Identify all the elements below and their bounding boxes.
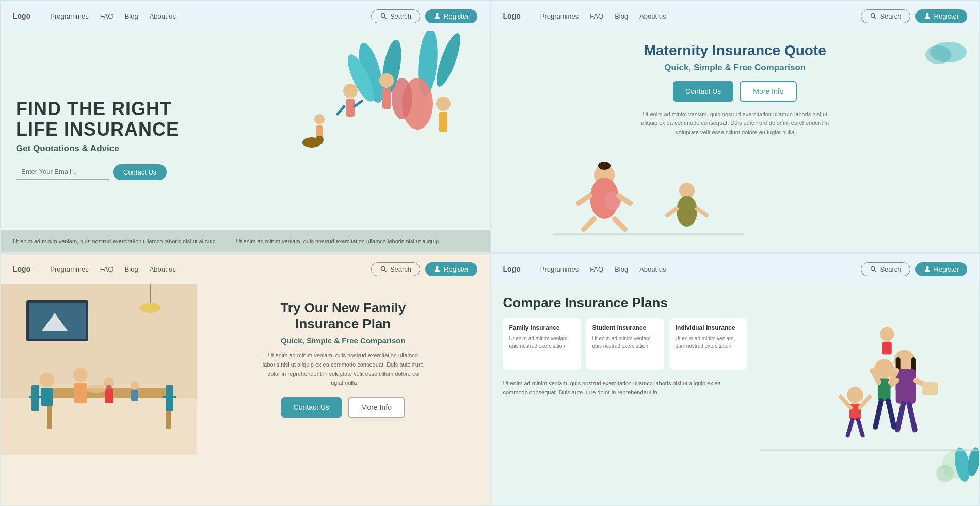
svg-point-59 xyxy=(73,368,88,382)
svg-point-0 xyxy=(381,14,385,18)
nav-right-4: Search Register xyxy=(861,262,967,276)
nav-aboutus-3[interactable]: About us xyxy=(150,265,176,273)
register-button-1[interactable]: Register xyxy=(425,9,477,23)
user-icon-4 xyxy=(924,265,931,273)
search-button-4[interactable]: Search xyxy=(861,262,910,276)
content-area-1: Find The Right Life Insurance Get Quotat… xyxy=(1,31,490,252)
svg-line-1 xyxy=(384,17,386,19)
hero-subtitle-1: Get Quotations & Advice xyxy=(16,144,202,154)
svg-line-23 xyxy=(875,17,876,19)
input-row-1: Contact Us xyxy=(16,164,202,180)
compare-title-4: Compare Insurance Plans xyxy=(503,295,747,311)
search-icon-2 xyxy=(870,12,877,20)
nav-aboutus-2[interactable]: About us xyxy=(639,12,666,20)
contact-button-3[interactable]: Contact Us xyxy=(281,397,342,418)
svg-point-2 xyxy=(436,13,438,16)
nav-faq-4[interactable]: FAQ xyxy=(590,265,603,273)
svg-point-63 xyxy=(131,381,139,389)
navbar-1: Logo Programmes FAQ Blog About us Search… xyxy=(1,1,490,31)
svg-line-32 xyxy=(584,219,594,229)
svg-point-67 xyxy=(871,267,875,271)
nav-links-1: Programmes FAQ Blog About us xyxy=(50,12,357,20)
panel-compare-insurance: Logo Programmes FAQ Blog About us Search… xyxy=(490,253,981,506)
content-area-2: Maternity Insurance Quote Quick, Simple … xyxy=(491,31,980,252)
nav-blog-1[interactable]: Blog xyxy=(125,12,138,20)
right-illustration-4 xyxy=(760,284,979,505)
svg-point-65 xyxy=(86,385,106,393)
left-illustration-3 xyxy=(1,284,197,505)
content-area-3: Try Our New Family Insurance Plan Quick,… xyxy=(1,284,490,505)
body-text-4: Ut enim ad minim veniam, quis nostrud ex… xyxy=(503,379,747,397)
search-button-3[interactable]: Search xyxy=(371,262,420,276)
hero-subtitle-2: Quick, Simple & Free Comparison xyxy=(506,62,965,73)
svg-point-69 xyxy=(926,266,928,269)
svg-point-21 xyxy=(315,136,324,144)
logo-4: Logo xyxy=(503,265,521,273)
svg-line-41 xyxy=(384,270,386,272)
svg-rect-54 xyxy=(29,396,42,398)
background-illustration-1 xyxy=(268,31,490,192)
svg-rect-60 xyxy=(74,383,87,403)
svg-point-16 xyxy=(314,114,325,124)
nav-programmes-3[interactable]: Programmes xyxy=(50,265,88,273)
nav-blog-2[interactable]: Blog xyxy=(615,12,628,20)
nav-right-2: Search Register xyxy=(861,9,967,23)
register-button-4[interactable]: Register xyxy=(915,262,967,276)
svg-rect-89 xyxy=(882,342,891,355)
navbar-2: Logo Programmes FAQ Blog About us Search… xyxy=(491,1,980,31)
svg-point-57 xyxy=(40,373,54,387)
footer-block-2: Ut enim ad minim veniam, quis nostrud ex… xyxy=(236,237,439,246)
hero-title-2: Maternity Insurance Quote xyxy=(506,42,965,59)
body-text-2: Ut enim ad minim veniam, quis nostrud ex… xyxy=(637,110,833,137)
more-info-button-3[interactable]: More Info xyxy=(348,397,405,418)
svg-line-38 xyxy=(697,209,706,215)
nav-programmes-1[interactable]: Programmes xyxy=(50,12,88,20)
register-button-3[interactable]: Register xyxy=(425,262,477,276)
logo-2: Logo xyxy=(503,12,521,20)
logo-1: Logo xyxy=(13,12,30,20)
svg-point-34 xyxy=(598,162,611,170)
svg-point-49 xyxy=(140,303,160,313)
panel-family-insurance: Logo Programmes FAQ Blog About us Search… xyxy=(0,253,490,506)
nav-aboutus-4[interactable]: About us xyxy=(639,265,666,273)
svg-rect-15 xyxy=(382,88,391,109)
svg-point-10 xyxy=(343,84,358,98)
card-text-individual: Ut enim ad minim veniam, quis nostrud ex… xyxy=(676,335,741,350)
contact-button-1[interactable]: Contact Us xyxy=(113,164,167,180)
svg-rect-58 xyxy=(41,388,53,406)
nav-programmes-4[interactable]: Programmes xyxy=(540,265,579,273)
search-button-1[interactable]: Search xyxy=(371,9,420,23)
svg-rect-79 xyxy=(922,382,938,395)
svg-rect-62 xyxy=(105,389,113,403)
more-info-button-2[interactable]: More Info xyxy=(740,81,797,102)
svg-point-22 xyxy=(871,14,875,18)
svg-point-18 xyxy=(436,97,451,111)
svg-line-12 xyxy=(338,106,344,114)
nav-blog-4[interactable]: Blog xyxy=(615,265,628,273)
svg-point-14 xyxy=(379,73,394,88)
footer-block-1: Ut enim ad minim veniam, quis nostrud ex… xyxy=(13,237,216,246)
card-title-individual: Individual Insurance xyxy=(676,324,741,331)
nav-blog-3[interactable]: Blog xyxy=(125,265,138,273)
nav-aboutus-1[interactable]: About us xyxy=(150,12,176,20)
email-input-1[interactable] xyxy=(16,164,109,180)
nav-faq-3[interactable]: FAQ xyxy=(100,265,114,273)
svg-point-88 xyxy=(880,327,894,341)
nav-programmes-2[interactable]: Programmes xyxy=(540,12,579,20)
content-area-4: Compare Insurance Plans Family Insurance… xyxy=(491,284,980,505)
svg-line-33 xyxy=(615,219,625,229)
family-dinner-svg xyxy=(1,284,197,455)
contact-button-2[interactable]: Contact Us xyxy=(673,81,733,102)
compare-cards-4: Family Insurance Ut enim ad minim veniam… xyxy=(503,318,747,370)
nav-faq-2[interactable]: FAQ xyxy=(590,12,603,20)
compare-card-individual: Individual Insurance Ut enim ad minim ve… xyxy=(669,318,747,370)
search-button-2[interactable]: Search xyxy=(861,9,910,23)
nav-faq-1[interactable]: FAQ xyxy=(100,12,114,20)
nav-links-3: Programmes FAQ Blog About us xyxy=(50,265,357,273)
svg-point-9 xyxy=(392,78,412,119)
svg-point-36 xyxy=(677,196,697,227)
body-text-3: Ut enim ad minim veniam, quis nostrud ex… xyxy=(261,351,426,387)
register-button-2[interactable]: Register xyxy=(915,9,967,23)
svg-point-66 xyxy=(106,385,112,391)
meditation-illustration-2 xyxy=(511,144,769,247)
